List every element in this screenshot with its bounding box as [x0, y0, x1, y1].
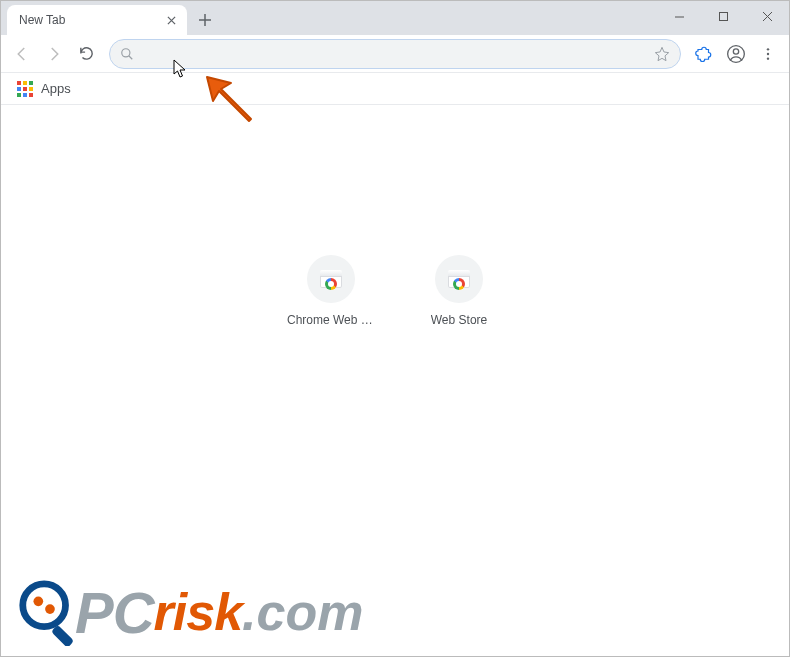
svg-point-3 [733, 48, 738, 53]
watermark-text-risk: risk [154, 582, 243, 642]
window-controls [657, 1, 789, 31]
svg-point-5 [767, 52, 769, 54]
svg-point-8 [33, 596, 43, 606]
forward-button[interactable] [39, 39, 69, 69]
toolbar [1, 35, 789, 73]
menu-button[interactable] [753, 39, 783, 69]
minimize-button[interactable] [657, 1, 701, 31]
chrome-web-store-icon [320, 270, 342, 288]
bookmarks-bar: Apps [1, 73, 789, 105]
shortcut-label: Web Store [431, 313, 487, 327]
svg-rect-10 [51, 625, 74, 646]
watermark-text-com: .com [242, 582, 363, 642]
apps-label: Apps [41, 81, 71, 96]
watermark: PC risk .com [15, 578, 363, 646]
close-tab-icon[interactable] [163, 12, 179, 28]
svg-point-9 [45, 604, 55, 614]
maximize-button[interactable] [701, 1, 745, 31]
watermark-text-pc: PC [75, 579, 154, 646]
annotation-arrow-icon [201, 71, 271, 141]
extension-icon[interactable] [689, 39, 719, 69]
close-window-button[interactable] [745, 1, 789, 31]
chrome-web-store-icon [448, 270, 470, 288]
svg-point-1 [122, 48, 130, 56]
bookmark-star-icon[interactable] [654, 46, 670, 62]
svg-rect-0 [719, 12, 727, 20]
shortcut-web-store[interactable]: Web Store [415, 255, 503, 327]
address-input[interactable] [144, 46, 646, 62]
titlebar: New Tab [1, 1, 789, 35]
svg-point-6 [767, 57, 769, 59]
magnifier-icon [15, 578, 83, 646]
address-bar[interactable] [109, 39, 681, 69]
svg-point-4 [767, 48, 769, 50]
profile-button[interactable] [721, 39, 751, 69]
svg-point-7 [23, 584, 66, 627]
shortcut-icon-circle [307, 255, 355, 303]
apps-grid-icon [17, 81, 33, 97]
shortcut-chrome-web-store[interactable]: Chrome Web St... [287, 255, 375, 327]
new-tab-button[interactable] [191, 6, 219, 34]
back-button[interactable] [7, 39, 37, 69]
reload-button[interactable] [71, 39, 101, 69]
search-icon [120, 47, 134, 61]
apps-shortcut[interactable]: Apps [9, 77, 79, 101]
shortcuts-row: Chrome Web St... Web Store [287, 255, 503, 327]
shortcut-icon-circle [435, 255, 483, 303]
mouse-cursor-icon [173, 59, 187, 79]
page-content: Chrome Web St... Web Store [1, 105, 789, 656]
browser-tab[interactable]: New Tab [7, 5, 187, 35]
shortcut-label: Chrome Web St... [287, 313, 375, 327]
tab-title: New Tab [19, 13, 163, 27]
